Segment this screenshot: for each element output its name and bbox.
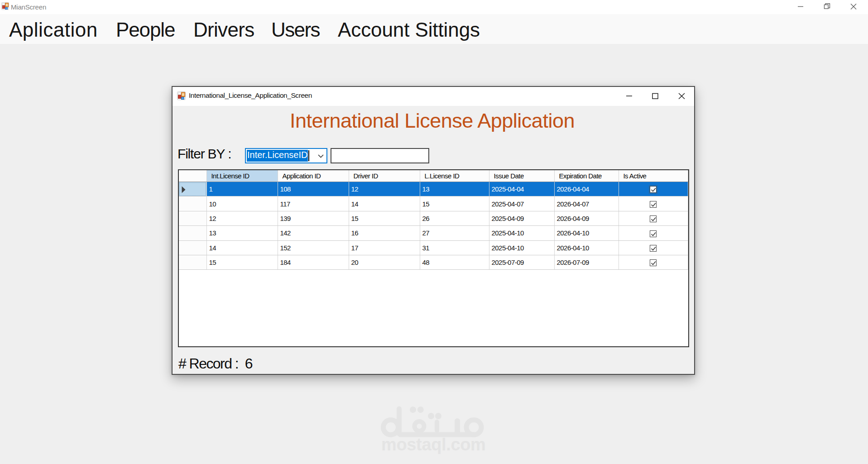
svg-text:mostaql.com: mostaql.com	[381, 435, 486, 454]
